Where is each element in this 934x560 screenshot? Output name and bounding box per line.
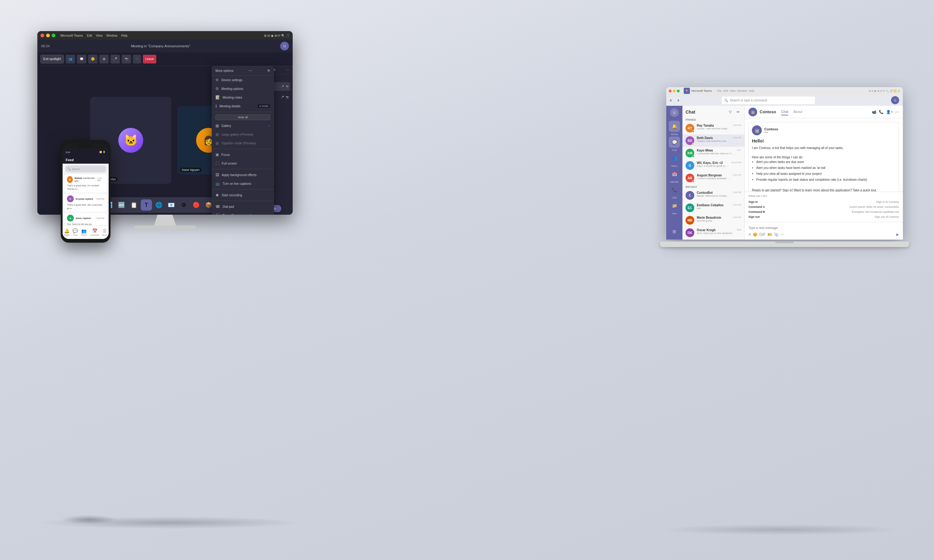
sidebar-close-icon[interactable]: ⋯ — [287, 68, 290, 72]
menu-microsoft-teams[interactable]: Microsoft Teams — [60, 34, 83, 37]
chat-message-input[interactable] — [748, 226, 899, 229]
chat-item-kayo[interactable]: KM Kayo Miwa I connected with the client… — [683, 147, 744, 159]
chat-item-emiliano[interactable]: EC Emiliano Ceballos test 1:53 PM — [683, 202, 744, 214]
more-options-chat[interactable]: ⋯ — [895, 110, 899, 114]
dropdown-together-mode[interactable]: ▦ Together mode (Preview) — [212, 139, 274, 148]
phone-nav-teams[interactable]: 👥 Teams — [81, 228, 87, 236]
dropdown-device-settings[interactable]: ⚙ Device settings — [212, 75, 274, 84]
maximize-button[interactable] — [52, 34, 55, 37]
dropdown-meeting-details[interactable]: ℹ Meeting details e invite — [212, 102, 274, 111]
nav-calls[interactable]: 📞 — [669, 184, 680, 195]
mute-all-button[interactable]: Mute all — [216, 114, 270, 120]
filter-icon[interactable]: ▽ — [727, 109, 733, 115]
chat-item-oscar[interactable]: OK Oscar Krogh Aron: Have you a nice wee… — [683, 226, 744, 239]
menu-window[interactable]: Window — [106, 34, 117, 37]
nav-activity[interactable]: 🔔 — [669, 121, 680, 132]
chat-item-ray[interactable]: RT Ray Tanaka Leonie: I will send the in… — [683, 122, 744, 134]
menu-help[interactable]: Help — [121, 34, 128, 37]
nav-apps[interactable]: ⊞ — [669, 226, 680, 237]
user-avatar-header[interactable]: U — [891, 96, 899, 104]
laptop-menu-help[interactable]: Help — [749, 89, 755, 92]
nav-teams[interactable]: 👥 — [669, 152, 680, 164]
share-button[interactable]: 🖥 — [99, 55, 109, 63]
leave-button[interactable]: Leave — [143, 55, 156, 63]
command-b-name: Command B — [748, 210, 765, 214]
phone-search[interactable]: 🔍 Search — [65, 166, 106, 172]
dock-icon-browser[interactable]: 🌐 — [153, 199, 164, 211]
chat-item-daichi[interactable]: DF Daichi Fukuda No, I think there are o… — [683, 239, 744, 240]
dropdown-close[interactable]: ✕ — [267, 68, 270, 73]
more-options-button[interactable]: ⋯ — [133, 55, 141, 63]
menu-edit[interactable]: Edit — [87, 34, 92, 37]
focus-icon: ▣ — [216, 152, 219, 157]
chat-button[interactable]: 💬 — [77, 55, 86, 63]
dock-icon-word[interactable]: 🔤 — [116, 199, 127, 211]
laptop: T Microsoft Teams File Edit View Window … — [666, 87, 903, 262]
nav-calendar[interactable]: 📅 — [669, 168, 680, 180]
new-chat-icon[interactable]: ✏ — [735, 109, 741, 115]
dock-icon-settings[interactable]: ⚙ — [178, 199, 189, 211]
dock-icon-red[interactable]: 🔴 — [191, 199, 202, 211]
menu-view[interactable]: View — [96, 34, 103, 37]
chat-tab[interactable]: Chat — [781, 109, 788, 115]
phone-nav-calendar[interactable]: 📅 Calendar — [90, 228, 99, 236]
laptop-close[interactable] — [669, 89, 672, 92]
close-button[interactable] — [40, 34, 44, 37]
send-button[interactable]: ➤ — [895, 232, 899, 237]
audio-call-icon[interactable]: 📞 — [879, 110, 883, 114]
teams-user-nav-avatar[interactable]: U — [670, 108, 679, 117]
phone-nav-feed[interactable]: 🔔 Feed — [64, 228, 69, 236]
forward-button[interactable]: › — [677, 97, 683, 103]
laptop-menu-file[interactable]: File — [717, 89, 722, 92]
chat-item-august[interactable]: AB August Bergman I haven't checked avai… — [683, 172, 744, 184]
more-input-icon[interactable]: ⋯ — [780, 232, 784, 237]
chat-item-beth[interactable]: BD Beth Davis Thanks, that would be nice… — [683, 134, 744, 147]
dropdown-meeting-notes[interactable]: 📝 Meeting notes — [212, 93, 274, 102]
nav-files[interactable]: 📁 — [669, 200, 680, 211]
sticker-icon[interactable]: 🎫 — [768, 232, 772, 237]
participants-button[interactable]: 👥 — [66, 55, 75, 63]
laptop-menu-edit[interactable]: Edit — [723, 89, 728, 92]
august-info: August Bergman I haven't checked availab… — [697, 174, 730, 180]
ray-status — [692, 130, 694, 132]
phone-nav-more[interactable]: ☰ More — [102, 228, 107, 236]
minimize-button[interactable] — [46, 34, 50, 37]
video-call-icon[interactable]: 📹 — [872, 110, 876, 114]
dropdown-turn-off-video[interactable]: 🚫 Turn off incoming video — [212, 211, 274, 215]
react-button[interactable]: 😊 — [88, 55, 97, 63]
dropdown-fullscreen[interactable]: ⛶ Full screen — [212, 159, 274, 168]
chat-item-marie[interactable]: MB Marie Beaudroin Sounds good! 1:00 PM — [683, 214, 744, 226]
dropdown-meeting-options[interactable]: ⚙ Meeting options — [212, 84, 274, 93]
about-tab[interactable]: About — [793, 109, 802, 115]
laptop-menu-view[interactable]: View — [729, 89, 735, 92]
dropdown-live-captions[interactable]: 📺 Turn on live captions — [212, 179, 274, 188]
exit-spotlight-button[interactable]: Exit spotlight — [40, 55, 64, 63]
back-button[interactable]: ‹ — [670, 97, 675, 103]
dropdown-dots[interactable]: ⋯ — [248, 68, 252, 73]
format-icon[interactable]: A — [748, 232, 751, 237]
laptop-minimize[interactable] — [673, 89, 676, 92]
dropdown-dial-pad[interactable]: ☎ Dial pad — [212, 202, 274, 211]
nav-apps-icon[interactable]: ⊞ — [669, 226, 680, 237]
dock-icon-notes[interactable]: 📋 — [128, 199, 139, 211]
dock-icon-teams[interactable]: T — [141, 199, 152, 211]
attach-icon[interactable]: 📎 — [774, 232, 778, 237]
dropdown-apply-bg[interactable]: 🖼 Apply background effects — [212, 171, 274, 179]
dock-icon-email[interactable]: 📧 — [166, 199, 177, 211]
dropdown-focus[interactable]: ▣ Focus — [212, 150, 274, 159]
gif-icon[interactable]: GIF — [759, 232, 766, 237]
camera-button[interactable]: 📷 — [122, 55, 131, 63]
laptop-maximize[interactable] — [677, 89, 680, 92]
chat-item-group[interactable]: G Wil, Kayo, Eric +2 Kayo: It would be g… — [683, 159, 744, 172]
laptop-menu-window[interactable]: Window — [737, 89, 747, 92]
add-people-icon[interactable]: 👤+ — [886, 110, 893, 114]
nav-chat[interactable]: 💬 — [669, 137, 680, 148]
phone-nav-chat[interactable]: 💬 Chat — [72, 228, 78, 236]
chat-item-contosobot[interactable]: C ContosBot Babak: Welcome to ContosoBot… — [683, 189, 744, 202]
emoji-icon[interactable]: 😊 — [753, 232, 757, 237]
dropdown-large-gallery[interactable]: ▦ Large gallery (Preview) — [212, 130, 274, 139]
search-input-container[interactable]: 🔍 Search or type a command — [722, 96, 815, 104]
dropdown-gallery[interactable]: ▦ Gallery ✓ — [212, 122, 274, 130]
mic-button[interactable]: 🎤 — [111, 55, 120, 63]
dropdown-start-recording[interactable]: ⏺ Start recording — [212, 191, 274, 199]
